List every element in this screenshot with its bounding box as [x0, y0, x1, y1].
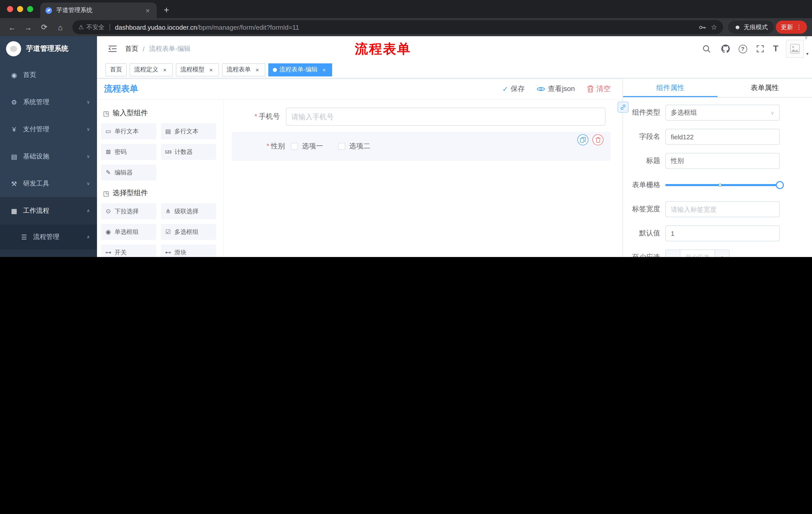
- sidebar-item-payment-mgmt[interactable]: ¥ 支付管理 ∨: [0, 116, 97, 143]
- check-icon: ✓: [502, 85, 508, 93]
- radio-group-icon: ◉: [105, 228, 112, 235]
- min-select-input[interactable]: [680, 250, 715, 257]
- sidebar-item-workflow[interactable]: ▦ 工作流程 ∧: [0, 197, 97, 224]
- phone-input[interactable]: [286, 108, 606, 126]
- tag-close-icon[interactable]: ×: [321, 66, 328, 73]
- list-icon: ☰: [20, 233, 28, 241]
- search-icon[interactable]: [701, 43, 712, 54]
- maximize-window-button[interactable]: [27, 6, 33, 12]
- github-icon[interactable]: [720, 43, 731, 54]
- palette-item-password[interactable]: ⊠密码: [101, 144, 156, 160]
- tag-close-icon[interactable]: ×: [161, 66, 168, 73]
- sidebar-item-process-form[interactable]: ▤ 流程表单: [0, 249, 97, 257]
- browser-update-button[interactable]: 更新 ⋮: [776, 21, 807, 34]
- dashboard-icon: ◉: [10, 71, 18, 79]
- title-input[interactable]: [665, 153, 780, 169]
- sidebar-item-system-mgmt[interactable]: ⚙ 系统管理 ∨: [0, 88, 97, 116]
- tab-close-icon[interactable]: ×: [144, 6, 152, 14]
- gender-option-2[interactable]: 选项二: [338, 142, 370, 151]
- tag-home[interactable]: 首页×: [106, 63, 127, 76]
- checkbox-icon[interactable]: [291, 143, 298, 150]
- minimize-window-button[interactable]: [17, 6, 23, 12]
- link-icon[interactable]: [617, 102, 629, 113]
- new-tab-button[interactable]: +: [164, 2, 169, 18]
- palette-item-radio-group[interactable]: ◉单选框组: [101, 224, 156, 240]
- bookmark-star-icon[interactable]: ☆: [711, 23, 717, 31]
- field-gender-selected[interactable]: 性别 选项一 选项二: [232, 132, 610, 161]
- component-type-label: 组件类型: [629, 108, 665, 117]
- default-value-input[interactable]: [665, 225, 780, 241]
- incognito-face-icon: ☻: [734, 24, 741, 31]
- palette-item-checkbox-group[interactable]: ☑多选框组: [161, 224, 216, 240]
- tab-favicon: [45, 7, 52, 14]
- slider-track[interactable]: [665, 184, 780, 186]
- textarea-icon: ▤: [165, 128, 171, 135]
- field-phone[interactable]: 手机号: [232, 108, 610, 126]
- tag-process-form[interactable]: 流程表单×: [222, 63, 265, 76]
- fullscreen-icon[interactable]: [754, 43, 765, 54]
- sidebar-item-home[interactable]: ◉ 首页: [0, 61, 97, 88]
- lock-icon: ⊠: [105, 148, 112, 155]
- chevron-up-icon: ∧: [87, 234, 90, 239]
- label-width-input[interactable]: [665, 201, 780, 217]
- slider-icon: ⊷: [165, 249, 171, 256]
- slider-handle[interactable]: [776, 181, 784, 189]
- avatar[interactable]: ▾: [786, 40, 804, 58]
- forward-icon[interactable]: →: [21, 20, 35, 34]
- form-grid-slider[interactable]: [665, 177, 780, 193]
- field-name-input[interactable]: [665, 129, 780, 145]
- url-text[interactable]: dashboard.yudao.iocoder.cn/bpm/manager/f…: [115, 23, 693, 31]
- palette-item-editor[interactable]: ✎编辑器: [101, 164, 156, 181]
- tag-close-icon[interactable]: ×: [254, 66, 261, 73]
- copy-widget-button[interactable]: [577, 134, 588, 145]
- font-size-icon[interactable]: T: [773, 44, 778, 54]
- reload-icon[interactable]: ⟳: [37, 20, 51, 34]
- chevron-down-icon[interactable]: ∨: [804, 35, 808, 40]
- tab-component-props[interactable]: 组件属性: [623, 78, 718, 97]
- tag-process-model[interactable]: 流程模型×: [176, 63, 219, 76]
- key-icon[interactable]: [698, 23, 706, 31]
- close-window-button[interactable]: [7, 6, 13, 12]
- clear-button[interactable]: 清空: [587, 84, 610, 93]
- sidebar-item-infrastructure[interactable]: ▤ 基础设施 ∨: [0, 143, 97, 170]
- component-type-select[interactable]: 多选框组∨: [665, 105, 780, 121]
- editor-icon: ✎: [105, 169, 112, 176]
- tag-process-form-edit[interactable]: 流程表单-编辑×: [268, 63, 332, 76]
- palette-item-switch[interactable]: ⊶开关: [101, 244, 156, 257]
- help-icon[interactable]: ?: [738, 45, 747, 53]
- sidebar-item-process-mgmt[interactable]: ☰ 流程管理 ∧: [0, 224, 97, 249]
- palette-item-slider[interactable]: ⊷滑块: [161, 244, 216, 257]
- chevron-down-icon: ∨: [771, 110, 774, 115]
- save-button[interactable]: ✓保存: [502, 84, 525, 93]
- browser-tab[interactable]: 芋道管理系统 ×: [40, 2, 157, 18]
- tag-process-definition[interactable]: 流程定义×: [129, 63, 173, 76]
- palette-item-select[interactable]: ⊙下拉选择: [101, 203, 156, 219]
- palette-item-textarea[interactable]: ▤多行文本: [161, 123, 216, 139]
- address-bar[interactable]: ⚠ 不安全 dashboard.yudao.iocoder.cn/bpm/man…: [72, 20, 723, 34]
- checkbox-icon[interactable]: [338, 143, 345, 150]
- annotation-title: 流程表单: [355, 40, 411, 58]
- minus-button[interactable]: −: [666, 250, 680, 257]
- security-indicator[interactable]: ⚠ 不安全: [78, 23, 105, 31]
- view-json-button[interactable]: 查看json: [537, 84, 575, 93]
- update-label: 更新: [781, 23, 793, 31]
- field-name-label: 字段名: [629, 132, 665, 141]
- palette-item-single-line-text[interactable]: ▭单行文本: [101, 123, 156, 139]
- delete-widget-button[interactable]: [592, 134, 604, 145]
- breadcrumb-home[interactable]: 首页: [125, 44, 138, 53]
- palette-item-cascader[interactable]: ⋔级联选择: [161, 203, 216, 219]
- logo-avatar-image: [6, 41, 21, 56]
- back-icon[interactable]: ←: [5, 20, 19, 34]
- tab-form-props[interactable]: 表单属性: [718, 78, 812, 97]
- sidebar-logo[interactable]: 芋道管理系统: [0, 36, 97, 61]
- sidebar-collapse-icon[interactable]: [108, 45, 117, 53]
- tag-close-icon[interactable]: ×: [207, 66, 214, 73]
- home-icon[interactable]: ⌂: [53, 20, 67, 34]
- address-divider: [110, 24, 110, 31]
- header-actions: ? T ▾: [701, 40, 804, 58]
- sidebar-item-dev-tools[interactable]: ⚒ 研发工具 ∨: [0, 170, 97, 197]
- infrastructure-icon: ▤: [10, 153, 18, 160]
- plus-button[interactable]: +: [715, 250, 729, 257]
- palette-item-counter[interactable]: 123计数器: [161, 144, 216, 160]
- gender-option-1[interactable]: 选项一: [291, 142, 323, 151]
